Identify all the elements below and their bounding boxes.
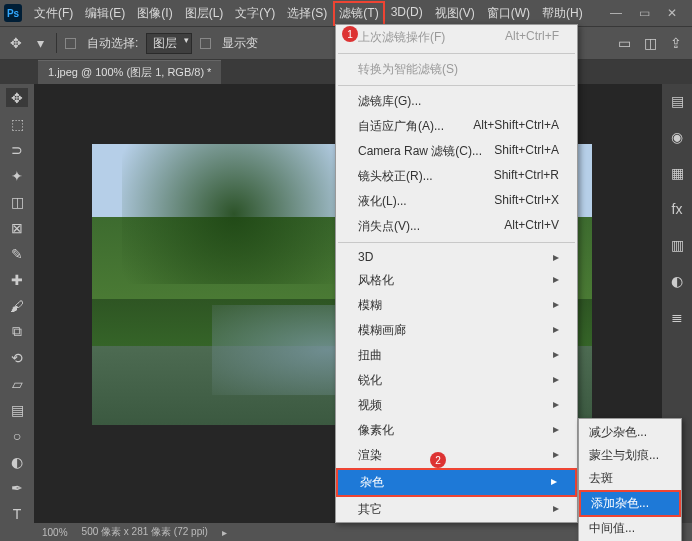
status-chevron-icon[interactable]: ▸: [222, 527, 227, 538]
submenu-median[interactable]: 中间值...: [579, 517, 681, 540]
brush-tool[interactable]: 🖌: [6, 296, 28, 315]
menu-other-sub[interactable]: 其它: [336, 497, 577, 522]
menu-vanishing-point[interactable]: 消失点(V)...Alt+Ctrl+V: [336, 214, 577, 239]
adjustments-icon[interactable]: ◐: [666, 270, 688, 292]
eyedropper-tool[interactable]: ✎: [6, 244, 28, 263]
menu-camera-raw[interactable]: Camera Raw 滤镜(C)...Shift+Ctrl+A: [336, 139, 577, 164]
menu-window[interactable]: 窗口(W): [481, 1, 536, 26]
lasso-tool[interactable]: ⊃: [6, 140, 28, 159]
submenu-add-noise[interactable]: 添加杂色...: [581, 492, 679, 515]
menu-lens-correction[interactable]: 镜头校正(R)...Shift+Ctrl+R: [336, 164, 577, 189]
gradient-tool[interactable]: ▤: [6, 400, 28, 419]
menu-blur-gallery-sub[interactable]: 模糊画廊: [336, 318, 577, 343]
close-button[interactable]: ✕: [666, 6, 678, 20]
menubar: 文件(F) 编辑(E) 图像(I) 图层(L) 文字(Y) 选择(S) 滤镜(T…: [28, 1, 589, 26]
menu-3d[interactable]: 3D(D): [385, 1, 429, 26]
tools-panel: ✥ ⬚ ⊃ ✦ ◫ ⊠ ✎ ✚ 🖌 ⧉ ⟲ ▱ ▤ ○ ◐ ✒ T: [0, 84, 34, 523]
highlight-box-noise: 杂色: [336, 468, 577, 497]
auto-select-label: 自动选择:: [87, 35, 138, 52]
menu-sharpen-sub[interactable]: 锐化: [336, 368, 577, 393]
minimize-button[interactable]: —: [610, 6, 622, 20]
menu-edit[interactable]: 编辑(E): [79, 1, 131, 26]
move-tool[interactable]: ✥: [6, 88, 28, 107]
divider: [56, 33, 57, 53]
window-controls: — ▭ ✕: [610, 6, 688, 20]
dropdown-icon[interactable]: ▾: [32, 35, 48, 51]
eraser-tool[interactable]: ▱: [6, 374, 28, 393]
libraries-icon[interactable]: ▥: [666, 234, 688, 256]
show-transform-checkbox[interactable]: [200, 38, 211, 49]
menu-help[interactable]: 帮助(H): [536, 1, 589, 26]
pen-tool[interactable]: ✒: [6, 478, 28, 497]
menu-image[interactable]: 图像(I): [131, 1, 178, 26]
menu-select[interactable]: 选择(S): [281, 1, 333, 26]
submenu-despeckle[interactable]: 去斑: [579, 467, 681, 490]
menu-stylize-sub[interactable]: 风格化: [336, 268, 577, 293]
color-icon[interactable]: ◉: [666, 126, 688, 148]
dodge-tool[interactable]: ◐: [6, 452, 28, 471]
highlight-box-add-noise: 添加杂色...: [579, 490, 681, 517]
menu-pixelate-sub[interactable]: 像素化: [336, 418, 577, 443]
submenu-reduce-noise[interactable]: 减少杂色...: [579, 421, 681, 444]
swatches-icon[interactable]: ▦: [666, 162, 688, 184]
align-icon[interactable]: ▭: [616, 35, 632, 51]
share-icon[interactable]: ⇪: [668, 35, 684, 51]
menu-blur-sub[interactable]: 模糊: [336, 293, 577, 318]
layers-icon[interactable]: ≣: [666, 306, 688, 328]
menu-divider: [338, 242, 575, 243]
menu-type[interactable]: 文字(Y): [229, 1, 281, 26]
menu-layer[interactable]: 图层(L): [179, 1, 230, 26]
stamp-tool[interactable]: ⧉: [6, 322, 28, 341]
menu-view[interactable]: 视图(V): [429, 1, 481, 26]
doc-dimensions: 500 像素 x 281 像素 (72 ppi): [82, 525, 208, 539]
submenu-dust-scratches[interactable]: 蒙尘与划痕...: [579, 444, 681, 467]
crop-tool[interactable]: ◫: [6, 192, 28, 211]
noise-submenu: 减少杂色... 蒙尘与划痕... 去斑 添加杂色... 中间值...: [578, 418, 682, 541]
status-bar: 100% 500 像素 x 281 像素 (72 ppi) ▸: [34, 523, 662, 541]
menu-video-sub[interactable]: 视频: [336, 393, 577, 418]
quick-select-tool[interactable]: ✦: [6, 166, 28, 185]
move-tool-icon: ✥: [8, 35, 24, 51]
app-logo: Ps: [4, 4, 22, 22]
menu-render-sub[interactable]: 渲染: [336, 443, 577, 468]
menu-divider: [338, 53, 575, 54]
fx-icon[interactable]: fx: [666, 198, 688, 220]
show-transform-label: 显示变: [222, 35, 258, 52]
history-brush-tool[interactable]: ⟲: [6, 348, 28, 367]
mode-icon[interactable]: ◫: [642, 35, 658, 51]
menu-noise-sub[interactable]: 杂色: [338, 470, 575, 495]
panel-icon[interactable]: ▤: [666, 90, 688, 112]
options-right: ▭ ◫ ⇪: [616, 35, 684, 51]
menu-filter-gallery[interactable]: 滤镜库(G)...: [336, 89, 577, 114]
titlebar: Ps 文件(F) 编辑(E) 图像(I) 图层(L) 文字(Y) 选择(S) 滤…: [0, 0, 692, 26]
heal-tool[interactable]: ✚: [6, 270, 28, 289]
menu-filter[interactable]: 滤镜(T): [333, 1, 384, 26]
maximize-button[interactable]: ▭: [638, 6, 650, 20]
menu-last-filter: 上次滤镜操作(F)Alt+Ctrl+F: [336, 25, 577, 50]
menu-divider: [338, 85, 575, 86]
menu-distort-sub[interactable]: 扭曲: [336, 343, 577, 368]
type-tool[interactable]: T: [6, 504, 28, 523]
menu-3d-sub[interactable]: 3D: [336, 246, 577, 268]
frame-tool[interactable]: ⊠: [6, 218, 28, 237]
filter-menu-popup: 上次滤镜操作(F)Alt+Ctrl+F 转换为智能滤镜(S) 滤镜库(G)...…: [335, 24, 578, 523]
layer-dropdown[interactable]: 图层: [146, 33, 192, 54]
marquee-tool[interactable]: ⬚: [6, 114, 28, 133]
auto-select-checkbox[interactable]: [65, 38, 76, 49]
annotation-badge-1: 1: [342, 26, 358, 42]
menu-smart-filter: 转换为智能滤镜(S): [336, 57, 577, 82]
menu-adaptive-wide[interactable]: 自适应广角(A)...Alt+Shift+Ctrl+A: [336, 114, 577, 139]
annotation-badge-2: 2: [430, 452, 446, 468]
menu-file[interactable]: 文件(F): [28, 1, 79, 26]
zoom-level[interactable]: 100%: [42, 527, 68, 538]
menu-liquify[interactable]: 液化(L)...Shift+Ctrl+X: [336, 189, 577, 214]
document-tab[interactable]: 1.jpeg @ 100% (图层 1, RGB/8) *: [38, 60, 221, 84]
blur-tool[interactable]: ○: [6, 426, 28, 445]
